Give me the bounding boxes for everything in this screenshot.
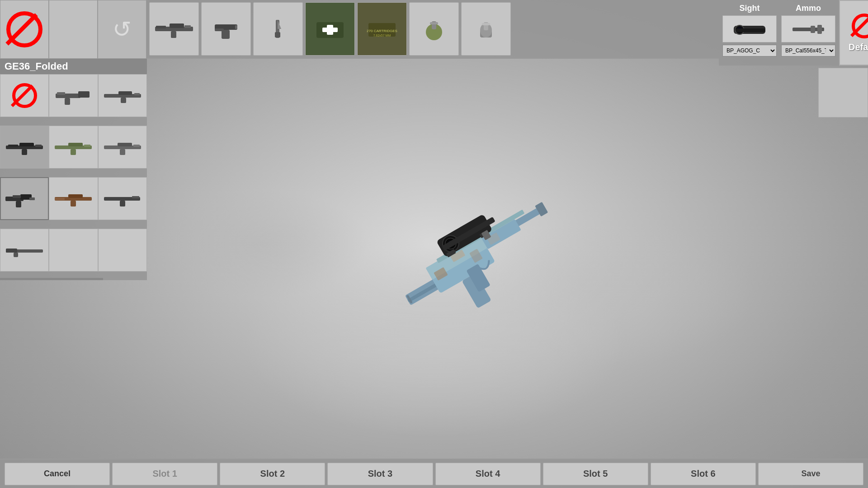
slot4-button[interactable]: Slot 4: [435, 463, 541, 485]
svg-rect-28: [118, 91, 132, 95]
left-panel: ↺ GE36_Folded: [0, 0, 147, 280]
sight-column: Sight BP_AGOG_CBP_RedDotBP_IronSightNone: [722, 4, 777, 62]
svg-rect-29: [121, 98, 126, 103]
svg-rect-57: [6, 249, 17, 253]
ban-slot-button[interactable]: [0, 0, 49, 59]
reset-button[interactable]: ↺: [98, 0, 146, 59]
toolbar-knife[interactable]: [253, 2, 303, 56]
slot1-button[interactable]: Slot 1: [112, 463, 217, 485]
svg-rect-42: [120, 149, 125, 155]
empty-slot-button[interactable]: [49, 0, 98, 59]
svg-rect-60: [170, 23, 184, 28]
sight-label: Sight: [740, 4, 760, 13]
svg-rect-26: [57, 92, 65, 95]
slot6-button[interactable]: Slot 6: [651, 463, 756, 485]
sight-select[interactable]: BP_AGOG_CBP_RedDotBP_IronSightNone: [722, 45, 777, 56]
svg-rect-32: [19, 143, 34, 146]
svg-rect-38: [71, 149, 76, 155]
svg-rect-55: [132, 196, 139, 198]
weapon-cell-empty2[interactable]: [98, 229, 147, 272]
svg-text:270 CARTRIDGES: 270 CARTRIDGES: [367, 29, 397, 33]
svg-rect-47: [13, 195, 21, 198]
svg-rect-30: [134, 93, 140, 95]
attachment-panel: Sight BP_AGOG_CBP_RedDotBP_IronSightNone…: [719, 0, 839, 66]
svg-rect-48: [29, 197, 35, 200]
ammo-label: Ammo: [796, 4, 821, 13]
weapon-cell-selected[interactable]: [0, 177, 49, 220]
cancel-button[interactable]: Cancel: [5, 463, 110, 485]
weapon-cell-rifle-dark2[interactable]: [98, 177, 147, 220]
slot5-button[interactable]: Slot 5: [543, 463, 648, 485]
svg-text:7.62x57 MM: 7.62x57 MM: [373, 34, 391, 37]
slot2-button[interactable]: Slot 2: [220, 463, 325, 485]
slot3-button[interactable]: Slot 3: [327, 463, 433, 485]
default-label: Default: [849, 42, 868, 52]
reset-icon: ↺: [113, 16, 132, 42]
bottom-bar: Cancel Slot 1 Slot 2 Slot 3 Slot 4 Slot …: [0, 459, 868, 488]
svg-rect-88: [817, 25, 822, 34]
svg-rect-58: [14, 253, 18, 257]
weapon-cell-rifle-fold[interactable]: [98, 74, 147, 117]
svg-rect-41: [118, 143, 132, 146]
toolbar-frag-grenade-icon: [414, 18, 454, 40]
weapon-rifle-camo-icon: [53, 138, 93, 156]
svg-rect-78: [430, 22, 438, 24]
sight-preview: [722, 15, 777, 42]
toolbar-pistol-icon: [206, 18, 246, 40]
svg-rect-24: [78, 91, 90, 98]
toolbar-assault-rifle[interactable]: [149, 2, 199, 56]
toolbar-pistol[interactable]: [201, 2, 251, 56]
save-button[interactable]: Save: [758, 463, 863, 485]
weapon-preview: [226, 90, 778, 420]
svg-rect-89: [811, 26, 815, 33]
ban-icon-medium: [12, 83, 37, 108]
weapon-cell-ak-wood[interactable]: [49, 177, 98, 220]
right-empty-cell[interactable]: [818, 68, 868, 117]
weapon-rifle-dark-icon: [5, 138, 44, 156]
svg-rect-52: [55, 198, 65, 200]
top-toolbar: 270 CARTRIDGES 7.62x57 MM: [147, 0, 719, 59]
progress-bar: [0, 278, 103, 280]
ammo-preview-svg: [786, 18, 831, 40]
svg-rect-82: [482, 23, 490, 25]
weapon-name-bar: GE36_Folded: [0, 59, 147, 74]
sight-preview-svg: [727, 18, 772, 40]
weapon-cell-shotgun[interactable]: [0, 229, 49, 272]
toolbar-ammo-box-icon: 270 CARTRIDGES 7.62x57 MM: [362, 18, 402, 40]
svg-rect-67: [235, 25, 237, 29]
svg-rect-37: [68, 143, 83, 146]
svg-rect-69: [275, 32, 280, 38]
right-lower: [719, 68, 868, 117]
weapon-cell-rifle-light[interactable]: [98, 126, 147, 169]
svg-rect-43: [133, 145, 140, 147]
weapon-rifle-fold-icon: [103, 87, 142, 105]
toolbar-assault-rifle-icon: [154, 18, 194, 40]
weapon-cell-ban[interactable]: [0, 74, 49, 117]
weapon-rifle-light-icon: [103, 138, 142, 156]
weapon-ak-wood-icon: [53, 190, 93, 208]
weapon-rifle-dark2-icon: [103, 190, 142, 208]
toolbar-ammo-box[interactable]: 270 CARTRIDGES 7.62x57 MM: [357, 2, 407, 56]
default-button[interactable]: Default: [839, 0, 868, 66]
weapon-cell-rifle-dark[interactable]: [0, 126, 49, 169]
toolbar-medkit[interactable]: [305, 2, 355, 56]
weapon-selected-icon: [5, 190, 44, 208]
svg-rect-86: [736, 28, 765, 32]
weapon-shotgun-icon: [5, 241, 44, 259]
weapon-cell-smg[interactable]: [49, 74, 98, 117]
right-panel: Sight BP_AGOG_CBP_RedDotBP_IronSightNone…: [719, 0, 868, 117]
svg-rect-63: [156, 26, 166, 28]
toolbar-smoke-grenade-icon: [466, 18, 506, 40]
svg-rect-61: [171, 31, 176, 38]
left-top-row: ↺: [0, 0, 147, 59]
weapon-3d-svg: [384, 156, 619, 355]
weapon-cell-empty1[interactable]: [49, 229, 98, 272]
svg-rect-35: [8, 145, 18, 147]
toolbar-smoke-grenade[interactable]: [461, 2, 511, 56]
weapon-cell-rifle-camo[interactable]: [49, 126, 98, 169]
svg-rect-54: [120, 201, 125, 206]
ammo-select[interactable]: BP_Cal556x45_TracerBP_Cal556x45_APBP_Cal…: [781, 45, 835, 56]
toolbar-knife-icon: [258, 18, 298, 40]
toolbar-frag-grenade[interactable]: [409, 2, 459, 56]
ban-icon-large: [6, 11, 42, 47]
